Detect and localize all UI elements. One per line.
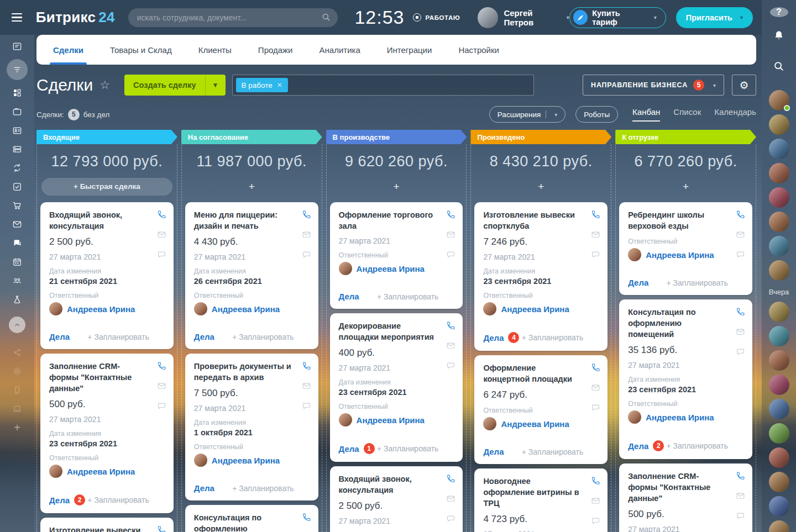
tab-sales[interactable]: Продажи [258, 35, 293, 65]
calendar-icon[interactable] [8, 252, 27, 271]
phone-icon[interactable] [446, 473, 456, 486]
messenger-icon[interactable] [8, 234, 27, 252]
search-icon[interactable] [321, 12, 331, 24]
hamburger-menu-icon[interactable] [0, 13, 34, 22]
mail-icon[interactable] [446, 229, 456, 242]
mail-icon[interactable] [156, 381, 167, 393]
deals-link[interactable]: Дела [194, 483, 214, 493]
tab-deals[interactable]: Сделки [53, 35, 83, 65]
contact-avatar[interactable] [769, 302, 789, 322]
contact-avatar[interactable] [769, 114, 789, 135]
notifications-bell-icon[interactable] [772, 29, 785, 45]
deals-link[interactable]: Дела [628, 278, 648, 287]
deal-card[interactable]: Входящий звонок, консультация2 500 руб.2… [40, 202, 174, 349]
mail-icon[interactable] [446, 340, 456, 353]
schedule-link[interactable]: + Запланировать [667, 441, 728, 450]
chat-icon[interactable] [590, 249, 601, 262]
column-header[interactable]: К отгрузке [615, 130, 756, 144]
responsible-link[interactable]: Андреева Ирина [357, 264, 425, 273]
favorite-star-icon[interactable]: ☆ [100, 78, 110, 92]
tab-integrations[interactable]: Интеграции [387, 35, 432, 65]
mail-icon[interactable] [590, 229, 601, 242]
deals-link[interactable]: Дела2 [628, 440, 664, 451]
phone-icon[interactable] [590, 476, 601, 488]
responsible-link[interactable]: Андреева Ирина [357, 415, 425, 425]
buy-tariff-button[interactable]: Купить тариф ▾ [569, 7, 666, 28]
schedule-link[interactable]: + Запланировать [667, 278, 728, 287]
mail-icon[interactable] [735, 326, 746, 339]
chat-icon[interactable] [446, 513, 456, 526]
board-settings-button[interactable]: ⚙ [732, 75, 756, 96]
deal-card[interactable]: Декорирование площадки мероприятия400 ру… [330, 313, 463, 462]
column-header[interactable]: Произведено [470, 130, 611, 144]
remove-filter-icon[interactable]: ✕ [277, 81, 282, 89]
chat-icon[interactable] [301, 249, 312, 262]
phone-icon[interactable] [590, 362, 601, 375]
responsible-link[interactable]: Андреева Ирина [67, 467, 135, 476]
deal-card[interactable]: Новогоднее оформление витрины в ТРЦ4 723… [474, 468, 608, 532]
chat-icon[interactable] [156, 401, 167, 413]
chat-icon[interactable] [446, 249, 456, 262]
column-header[interactable]: Входящие [36, 130, 177, 144]
chat-icon[interactable] [156, 249, 167, 262]
view-list[interactable]: Список [673, 107, 701, 122]
mail-icon[interactable] [590, 496, 601, 508]
business-direction-button[interactable]: НАПРАВЛЕНИЕ БИЗНЕСА 5 ▾ [583, 75, 724, 96]
drive-icon[interactable] [8, 140, 27, 159]
create-deal-button[interactable]: Создать сделку ▼ [124, 75, 225, 96]
schedule-link[interactable]: + Запланировать [522, 447, 583, 456]
chat-icon[interactable] [590, 515, 601, 528]
chat-icon[interactable] [301, 401, 312, 413]
schedule-link[interactable]: + Запланировать [377, 444, 438, 453]
contact-avatar[interactable] [769, 260, 789, 281]
deals-link[interactable]: Дела4 [483, 332, 519, 343]
tasks-icon[interactable] [8, 177, 27, 196]
robots-button[interactable]: Роботы [575, 106, 618, 123]
responsible-link[interactable]: Андреева Ирина [67, 304, 135, 314]
deal-card[interactable]: Изготовление вывески спортклуба7 246 руб… [40, 518, 174, 532]
contact-avatar[interactable] [769, 163, 789, 183]
add-deal-button[interactable]: + [475, 178, 606, 196]
mail-icon[interactable] [735, 491, 746, 503]
responsible-link[interactable]: Андреева Ирина [212, 304, 280, 314]
deal-card[interactable]: Проверить документы и передать в архив7 … [185, 354, 318, 501]
contact-avatar[interactable] [769, 399, 789, 419]
schedule-link[interactable]: + Запланировать [87, 496, 149, 504]
chat-search-icon[interactable] [773, 60, 785, 75]
add-deal-button[interactable]: + [331, 178, 462, 196]
view-calendar[interactable]: Календарь [714, 107, 756, 122]
deals-link[interactable]: Дела [339, 292, 359, 301]
work-status[interactable]: РАБОТАЮ [413, 13, 460, 22]
invite-button[interactable]: Пригласить ▾ [676, 7, 753, 28]
mail-icon[interactable] [8, 215, 27, 234]
deals-link[interactable]: Дела1 [339, 443, 375, 454]
deal-card[interactable]: Консультация по оформлению помещений35 1… [619, 299, 752, 459]
contact-avatar[interactable] [769, 187, 789, 208]
view-kanban[interactable]: Канбан [632, 107, 660, 122]
phone-icon[interactable] [301, 361, 312, 373]
chat-icon[interactable] [590, 402, 601, 415]
phone-icon[interactable] [735, 209, 746, 222]
mail-icon[interactable] [446, 493, 456, 506]
deal-card[interactable]: Заполнение CRM-формы "Контактные данные"… [619, 463, 752, 532]
mail-icon[interactable] [590, 382, 601, 395]
mail-icon[interactable] [301, 229, 312, 242]
responsible-link[interactable]: Андреева Ирина [646, 250, 714, 260]
collapse-menu-icon[interactable] [9, 317, 25, 333]
contacts-card-icon[interactable] [8, 121, 27, 140]
filter-chip[interactable]: В работе✕ [236, 78, 288, 92]
sites-share-icon[interactable] [8, 343, 27, 362]
deals-link[interactable]: Дела [194, 332, 214, 341]
app-logo[interactable]: Битрикс24 [36, 9, 115, 26]
automation-sync-icon[interactable] [8, 159, 27, 177]
schedule-link[interactable]: + Запланировать [232, 484, 294, 493]
chat-icon[interactable] [735, 249, 746, 262]
deals-link[interactable]: Дела2 [49, 494, 85, 505]
deal-card[interactable]: Оформление торгового зала27 марта 2021От… [330, 202, 463, 309]
tab-products-warehouse[interactable]: Товары и Склад [110, 35, 172, 65]
tab-analytics[interactable]: Аналитика [320, 35, 360, 65]
phone-icon[interactable] [156, 361, 167, 373]
deals-link[interactable]: Дела [483, 447, 504, 456]
phone-icon[interactable] [301, 209, 312, 222]
contact-avatar[interactable] [769, 472, 789, 492]
